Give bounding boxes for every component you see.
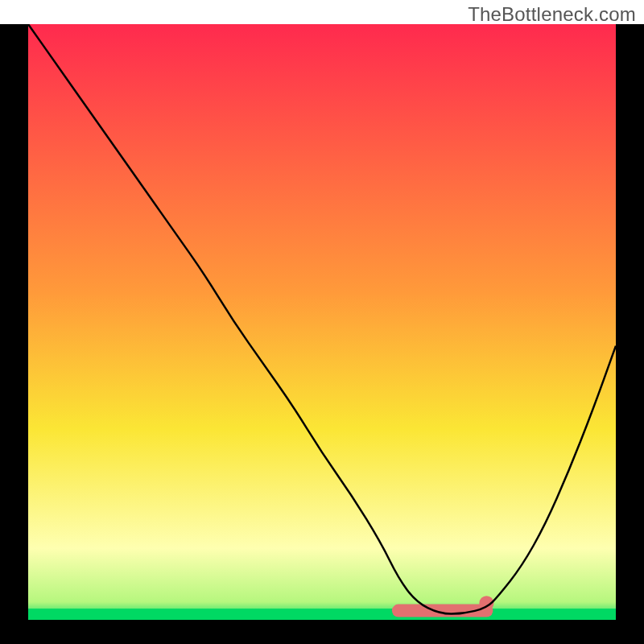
frame-left: [0, 0, 28, 644]
gradient-background: [28, 24, 616, 620]
watermark-text: TheBottleneck.com: [468, 3, 636, 26]
chart-container: TheBottleneck.com: [0, 0, 644, 644]
plot-area: [28, 24, 616, 620]
bottleneck-chart: [0, 0, 644, 644]
frame-right: [616, 0, 644, 644]
green-strip: [28, 609, 616, 620]
frame-bottom: [0, 620, 644, 644]
